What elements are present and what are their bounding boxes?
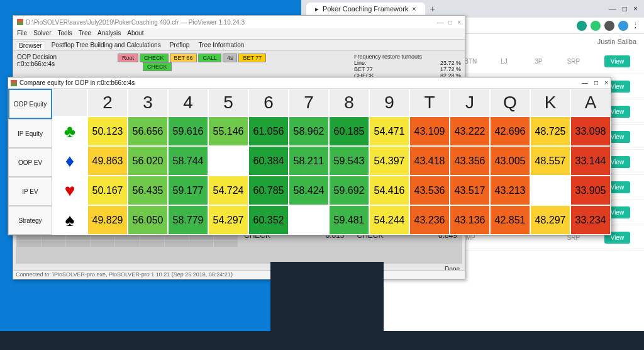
eq-cell[interactable]: 58.744 bbox=[168, 146, 208, 176]
chrome-menu-icon[interactable]: ⋮ bbox=[632, 21, 639, 30]
browser-tab[interactable]: ▸ Poker Coaching Framework × bbox=[306, 3, 425, 16]
eq-cell[interactable]: 33.098 bbox=[570, 116, 611, 146]
bet77-button[interactable]: BET 77 bbox=[238, 54, 266, 62]
eq-cell[interactable]: 54.471 bbox=[369, 116, 409, 146]
eq-cell[interactable]: 60.185 bbox=[329, 116, 369, 146]
check-button-row2[interactable]: CHECK bbox=[143, 62, 172, 71]
window-maximize-icon[interactable]: □ bbox=[594, 79, 598, 86]
window-close-icon[interactable]: × bbox=[457, 19, 461, 26]
eq-cell[interactable]: 58.962 bbox=[289, 116, 329, 146]
eq-cell[interactable]: 49.863 bbox=[87, 146, 128, 176]
eq-cell[interactable]: 33.905 bbox=[570, 176, 611, 205]
col-header-J: J bbox=[450, 89, 490, 116]
eq-cell[interactable]: 54.397 bbox=[369, 146, 409, 176]
eq-cell[interactable]: 56.656 bbox=[128, 116, 168, 146]
eq-cell[interactable]: 59.616 bbox=[168, 116, 208, 146]
windows-taskbar[interactable] bbox=[0, 331, 644, 350]
menu-tree[interactable]: Tree bbox=[79, 30, 91, 38]
eq-cell[interactable]: 43.136 bbox=[450, 205, 490, 235]
eq-cell[interactable]: 59.692 bbox=[329, 176, 369, 205]
eq-cell[interactable]: 58.211 bbox=[289, 146, 329, 176]
tab-preflop[interactable]: Preflop bbox=[167, 41, 192, 49]
eq-cell[interactable]: 61.056 bbox=[248, 116, 289, 146]
eq-cell[interactable]: 43.213 bbox=[490, 176, 530, 205]
eq-cell[interactable]: 43.222 bbox=[450, 116, 490, 146]
bet66-button[interactable]: BET 66 bbox=[170, 54, 197, 62]
eq-cell[interactable]: 60.352 bbox=[248, 205, 289, 235]
eq-cell[interactable]: 43.005 bbox=[490, 146, 530, 176]
eq-cell[interactable]: 58.779 bbox=[168, 205, 208, 235]
eq-cell[interactable]: 54.297 bbox=[208, 205, 248, 235]
eq-cell[interactable] bbox=[208, 146, 248, 176]
eq-tab-strategy[interactable]: Strategy bbox=[8, 206, 52, 235]
eq-cell[interactable]: 43.517 bbox=[450, 176, 490, 205]
eq-cell[interactable]: 56.435 bbox=[128, 176, 168, 205]
extension-icon[interactable] bbox=[604, 21, 614, 31]
eq-cell[interactable]: 43.536 bbox=[409, 176, 450, 205]
eq-cell[interactable]: 50.167 bbox=[87, 176, 128, 205]
eq-cell[interactable]: 43.236 bbox=[409, 205, 450, 235]
background-panel bbox=[270, 262, 384, 331]
tab-tree-information[interactable]: Tree Information bbox=[196, 41, 247, 49]
eq-cell[interactable]: 33.234 bbox=[570, 205, 611, 235]
eq-tab-oop-ev[interactable]: OOP EV bbox=[8, 148, 52, 177]
call-button[interactable]: CALL bbox=[198, 54, 221, 62]
eq-cell[interactable]: 43.418 bbox=[409, 146, 450, 176]
eq-cell[interactable]: 43.356 bbox=[450, 146, 490, 176]
menu-tools[interactable]: Tools bbox=[57, 30, 72, 38]
tab-browser[interactable]: Browser bbox=[16, 41, 45, 49]
window-maximize-icon[interactable]: □ bbox=[448, 19, 452, 26]
tab-close-icon[interactable]: × bbox=[412, 5, 416, 13]
eq-cell[interactable]: 50.123 bbox=[87, 116, 128, 146]
profile-avatar-icon[interactable] bbox=[618, 21, 628, 31]
eq-cell[interactable]: 43.109 bbox=[409, 116, 450, 146]
eq-cell[interactable]: 54.724 bbox=[208, 176, 248, 205]
window-close-icon[interactable]: × bbox=[633, 4, 638, 13]
eq-cell[interactable]: 42.851 bbox=[490, 205, 530, 235]
extension-icon[interactable] bbox=[577, 21, 587, 31]
eq-cell[interactable]: 60.384 bbox=[248, 146, 289, 176]
eq-cell[interactable]: 49.829 bbox=[87, 205, 128, 235]
eq-tab-oop-equity[interactable]: OOP Equity bbox=[8, 89, 52, 119]
view-button[interactable]: View bbox=[604, 55, 631, 67]
eq-cell[interactable] bbox=[530, 176, 570, 205]
eq-cell[interactable]: 59.481 bbox=[329, 205, 369, 235]
eq-tab-ip-equity[interactable]: IP Equity bbox=[8, 119, 52, 148]
eq-cell[interactable]: 60.785 bbox=[248, 176, 289, 205]
tab-postflop-tree-building-and-calculations[interactable]: Postflop Tree Building and Calculations bbox=[49, 41, 164, 49]
eq-cell[interactable]: 56.050 bbox=[128, 205, 168, 235]
window-minimize-icon[interactable]: — bbox=[437, 19, 443, 26]
eq-cell[interactable]: 48.297 bbox=[530, 205, 570, 235]
eq-cell[interactable]: 48.725 bbox=[530, 116, 570, 146]
eq-cell[interactable]: 59.543 bbox=[329, 146, 369, 176]
extension-icon[interactable] bbox=[591, 21, 601, 31]
new-tab-button[interactable]: + bbox=[425, 3, 440, 15]
menu-analysis[interactable]: Analysis bbox=[97, 30, 121, 38]
col-header-T: T bbox=[409, 89, 450, 116]
window-close-icon[interactable]: × bbox=[604, 79, 608, 86]
root-button[interactable]: Root bbox=[118, 54, 138, 62]
eq-cell[interactable]: 54.244 bbox=[369, 205, 409, 235]
eq-cell[interactable]: 58.424 bbox=[289, 176, 329, 205]
menu-solver[interactable]: Solver bbox=[33, 30, 51, 38]
menu-file[interactable]: File bbox=[17, 30, 27, 38]
eq-cell[interactable]: 54.416 bbox=[369, 176, 409, 205]
check-button[interactable]: CHECK bbox=[140, 54, 169, 62]
window-minimize-icon[interactable]: — bbox=[609, 4, 616, 13]
eq-cell[interactable]: 59.177 bbox=[168, 176, 208, 205]
eq-app-icon bbox=[11, 80, 17, 86]
pio-status-bar: Connected to: \PioSOLVER-pro.exe, PioSOL… bbox=[13, 270, 465, 279]
col-header-K: K bbox=[530, 89, 570, 116]
eq-cell[interactable]: 42.696 bbox=[490, 116, 530, 146]
eq-cell[interactable] bbox=[289, 205, 329, 235]
eq-cell[interactable]: 55.146 bbox=[208, 116, 248, 146]
eq-cell[interactable]: 33.144 bbox=[570, 146, 611, 176]
eq-tab-ip-ev[interactable]: IP EV bbox=[8, 177, 52, 206]
turn-chip[interactable]: 4s bbox=[223, 54, 238, 62]
menu-about[interactable]: About bbox=[127, 30, 143, 38]
window-maximize-icon[interactable]: □ bbox=[623, 4, 627, 13]
eq-cell[interactable]: 56.020 bbox=[128, 146, 168, 176]
eq-cell[interactable]: 48.557 bbox=[530, 146, 570, 176]
col-header-8: 8 bbox=[329, 89, 369, 116]
window-minimize-icon[interactable]: — bbox=[582, 79, 588, 86]
